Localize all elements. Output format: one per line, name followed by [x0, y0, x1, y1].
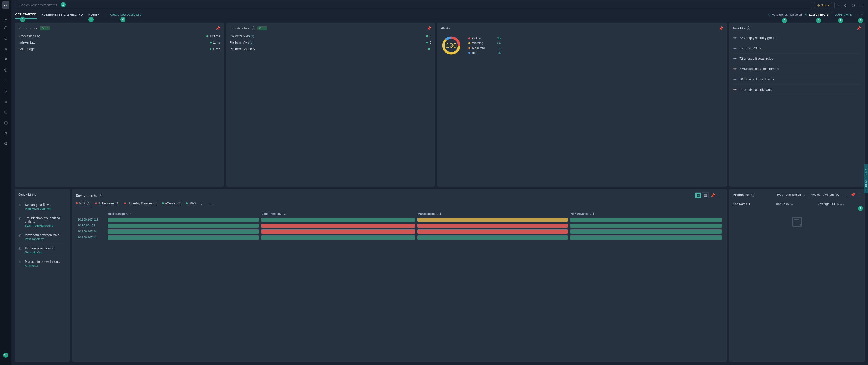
tab-kubernetes[interactable]: KUBERNETES DASHBOARD: [41, 10, 83, 19]
col-tier-count[interactable]: Tier Count ⇅: [776, 202, 818, 206]
hint-3[interactable]: 3: [89, 17, 94, 22]
tools-icon[interactable]: ✕: [3, 57, 8, 62]
settings-icon[interactable]: ⚙: [3, 141, 8, 147]
metrics-select[interactable]: Average TC… ⌄: [823, 192, 848, 197]
hint-1[interactable]: 1: [61, 2, 66, 7]
more-actions-button[interactable]: ⋯: [858, 12, 864, 17]
env-status-cell[interactable]: [417, 217, 568, 222]
globe-icon[interactable]: ⊕: [3, 35, 8, 41]
env-host-link[interactable]: 10.196.167.12: [76, 235, 106, 240]
hint-8[interactable]: 8: [858, 18, 863, 23]
insight-row[interactable]: 👓 223 empty security groups: [733, 33, 861, 43]
env-status-cell[interactable]: [570, 230, 722, 234]
info-icon[interactable]: i: [751, 193, 755, 196]
pin-icon[interactable]: 📌: [216, 26, 220, 31]
insight-row[interactable]: 👓 2 VMs talking to the internet: [733, 64, 861, 74]
quick-link-link[interactable]: Network Map: [25, 251, 55, 254]
col-avg-tcp[interactable]: Average TCP R… ↓: [818, 202, 861, 206]
alert-icon[interactable]: △: [3, 78, 8, 83]
bell-icon[interactable]: ◔: [850, 2, 857, 8]
world-icon[interactable]: ⊛: [3, 88, 8, 94]
insight-row[interactable]: 👓 1 empty IPSets: [733, 43, 861, 54]
hint-7[interactable]: 7: [838, 18, 843, 23]
pin-icon[interactable]: 📌: [719, 26, 723, 31]
alert-legend-row[interactable]: Warning 84: [468, 41, 501, 45]
env-status-cell[interactable]: [107, 236, 259, 240]
pin-icon[interactable]: 📌: [857, 26, 861, 31]
time-now-button[interactable]: ◷Now▾: [814, 2, 832, 8]
vm-logo[interactable]: vm: [2, 1, 9, 9]
menu-icon[interactable]: ☰: [858, 2, 865, 8]
hint-6[interactable]: 6: [816, 18, 821, 23]
list-toggle[interactable]: ≡ ⌄: [209, 202, 214, 206]
doc-search-icon[interactable]: ⎙: [3, 130, 8, 136]
more-icon[interactable]: ⋮: [858, 192, 861, 197]
tab-get-started[interactable]: GET STARTED: [15, 10, 36, 19]
insight-row[interactable]: 👓 11 empty security tags: [733, 85, 861, 95]
hint-4[interactable]: 4: [120, 17, 125, 22]
dashboard-icon[interactable]: ◷: [3, 25, 8, 30]
search-chart-icon[interactable]: ⌕: [3, 99, 8, 104]
env-status-cell[interactable]: [417, 230, 568, 234]
topology-icon[interactable]: ⊞: [3, 109, 8, 115]
alert-legend-row[interactable]: Critical 35: [468, 36, 501, 40]
more-icon[interactable]: ⋮: [717, 192, 723, 199]
env-column-header[interactable]: Management … ⇅: [416, 211, 569, 216]
env-column-header[interactable]: Edge Transpo… ⇅: [260, 211, 416, 216]
bookmark-icon[interactable]: ◇: [842, 2, 849, 8]
info-icon[interactable]: i: [99, 194, 102, 197]
env-status-cell[interactable]: [261, 230, 415, 234]
env-column-header[interactable]: Host Transpor… ↑: [106, 211, 260, 216]
alert-legend-row[interactable]: Moderate 1: [468, 46, 501, 50]
explore-guides-tab[interactable]: EXPLORE GUIDES: [864, 164, 868, 193]
env-status-cell[interactable]: [570, 223, 722, 227]
search-icon-button[interactable]: ⌕: [834, 2, 841, 8]
env-tab[interactable]: vCenter (6): [162, 202, 181, 207]
insight-row[interactable]: 👓 72 unused firewall rules: [733, 54, 861, 64]
duplicate-button[interactable]: DUPLICATE: [832, 12, 855, 17]
search-input[interactable]: [15, 2, 812, 8]
alert-legend-row[interactable]: Info 16: [468, 51, 501, 55]
time-range-label[interactable]: Last 24 hours: [809, 13, 829, 16]
env-host-link[interactable]: 10.196.167.128: [76, 217, 106, 222]
env-status-cell[interactable]: [570, 236, 722, 240]
alerts-donut-chart[interactable]: 136: [441, 35, 462, 56]
info-icon[interactable]: i: [252, 26, 255, 30]
hint-10[interactable]: 10: [3, 353, 8, 358]
hint-9[interactable]: 9: [858, 206, 863, 211]
env-status-cell[interactable]: [417, 223, 568, 227]
type-select[interactable]: Application ⌄: [785, 192, 808, 197]
env-status-cell[interactable]: [417, 236, 568, 240]
grid-view-button[interactable]: ▦: [695, 192, 701, 199]
create-dashboard-link[interactable]: Create New Dashboard: [110, 13, 141, 16]
table-view-button[interactable]: ▤: [702, 192, 709, 199]
env-status-cell[interactable]: [107, 217, 259, 222]
env-status-cell[interactable]: [107, 223, 259, 227]
env-status-cell[interactable]: [570, 217, 722, 222]
env-tab[interactable]: NSX (4): [76, 201, 91, 207]
cube-icon[interactable]: ⎈: [3, 46, 8, 52]
expand-sidebar-icon[interactable]: »: [3, 17, 8, 22]
quick-link-link[interactable]: All Intents: [25, 264, 60, 267]
quick-link-link[interactable]: Path Topology: [25, 237, 59, 241]
quick-link-link[interactable]: Start Troubleshooting: [25, 224, 66, 227]
pin-icon[interactable]: 📌: [427, 26, 431, 31]
target-icon[interactable]: ◎: [3, 67, 8, 72]
col-app-name[interactable]: App Name ⇅: [733, 202, 776, 206]
env-host-link[interactable]: 10.196.167.64: [76, 229, 106, 234]
env-status-cell[interactable]: [261, 223, 415, 227]
refresh-icon[interactable]: ↻: [768, 13, 771, 16]
env-tab[interactable]: AWS: [186, 202, 196, 207]
insight-row[interactable]: 👓 56 masked firewall rules: [733, 74, 861, 85]
hint-5[interactable]: 5: [782, 18, 787, 23]
env-status-cell[interactable]: [261, 217, 415, 222]
env-host-link[interactable]: 10.89.69.174: [76, 223, 106, 228]
env-status-cell[interactable]: [107, 230, 259, 234]
env-column-header[interactable]: NSX Advance… ⇅: [569, 211, 723, 216]
monitor-icon[interactable]: ▢: [3, 120, 8, 125]
info-icon[interactable]: i: [747, 26, 750, 30]
env-status-cell[interactable]: [261, 236, 415, 240]
quick-link-link[interactable]: Plan Micro-segment: [25, 207, 52, 210]
env-tab[interactable]: Underlay Devices (5): [124, 202, 157, 207]
scroll-right-icon[interactable]: ›: [201, 202, 202, 206]
